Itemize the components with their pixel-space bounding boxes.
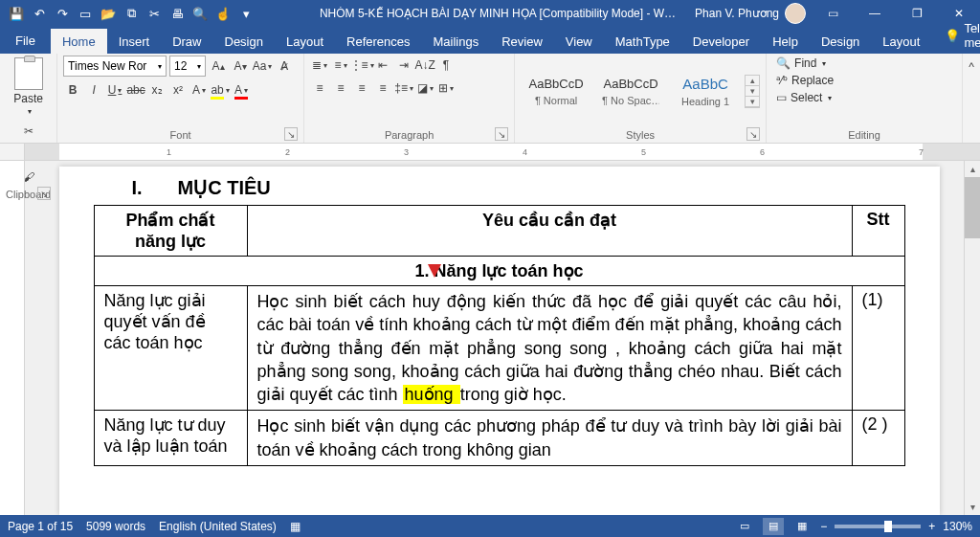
scroll-thumb[interactable] bbox=[965, 177, 980, 238]
table-cell[interactable]: Học sinh biết cách huy động kiến thức đã… bbox=[247, 286, 852, 411]
increase-indent-button[interactable]: ⇥ bbox=[394, 56, 413, 75]
font-size-combo[interactable]: 12▾ bbox=[169, 56, 206, 77]
paste-button[interactable]: Paste ▾ bbox=[10, 56, 47, 118]
table-header-3[interactable]: Stt bbox=[852, 206, 904, 257]
tab-mathtype[interactable]: MathType bbox=[604, 29, 681, 54]
replace-button[interactable]: ᵃ⁄ᵇ Replace bbox=[772, 73, 956, 88]
change-case-button[interactable]: Aa▾ bbox=[253, 56, 272, 76]
table-header-2[interactable]: Yêu cầu cần đạt bbox=[247, 206, 852, 257]
font-launcher[interactable]: ↘ bbox=[284, 127, 298, 141]
clear-format-button[interactable]: A̷ bbox=[275, 56, 294, 76]
tab-review[interactable]: Review bbox=[490, 29, 554, 54]
bold-button[interactable]: B bbox=[63, 80, 82, 100]
table-cell[interactable]: Năng lực giải quyết vấn đề các toán học bbox=[94, 286, 247, 411]
highlight-button[interactable]: ab▾ bbox=[211, 80, 230, 100]
style-normal[interactable]: AaBbCcD¶ Normal bbox=[521, 64, 591, 120]
ribbon-options-icon[interactable]: ▭ bbox=[812, 0, 854, 27]
italic-button[interactable]: I bbox=[84, 80, 103, 100]
underline-button[interactable]: U▾ bbox=[105, 80, 124, 100]
styles-scroll[interactable]: ▴▾▾ bbox=[745, 75, 760, 108]
paragraph-launcher[interactable]: ↘ bbox=[495, 127, 508, 141]
zoom-in-button[interactable]: + bbox=[928, 520, 935, 533]
vertical-scrollbar[interactable]: ▴ ▾ bbox=[964, 161, 980, 515]
table-row[interactable]: Năng lực giải quyết vấn đề các toán học … bbox=[94, 286, 904, 411]
bullets-button[interactable]: ≣▾ bbox=[310, 56, 329, 75]
table-header-1[interactable]: Phẩm chất năng lực bbox=[94, 206, 247, 257]
tab-references[interactable]: References bbox=[335, 29, 421, 54]
zoom-slider[interactable] bbox=[835, 525, 921, 528]
macro-icon[interactable]: ▦ bbox=[290, 520, 301, 533]
print-layout-button[interactable]: ▤ bbox=[763, 518, 784, 535]
qat-more-icon[interactable]: ▾ bbox=[235, 3, 256, 24]
read-mode-button[interactable]: ▭ bbox=[734, 518, 755, 535]
touch-mode-icon[interactable]: ☝ bbox=[212, 3, 234, 24]
sort-button[interactable]: A↓Z bbox=[415, 56, 434, 75]
web-layout-button[interactable]: ▦ bbox=[791, 518, 813, 535]
tab-draw[interactable]: Draw bbox=[161, 29, 212, 54]
restore-button[interactable]: ❐ bbox=[896, 0, 938, 27]
collapse-ribbon-button[interactable]: ^ bbox=[963, 57, 980, 77]
print-preview-icon[interactable]: 🔍 bbox=[189, 3, 211, 24]
scroll-down-icon[interactable]: ▾ bbox=[965, 499, 980, 515]
subscript-button[interactable]: x₂ bbox=[147, 80, 167, 100]
table-cell[interactable]: (1) bbox=[852, 286, 904, 411]
table-main[interactable]: Phẩm chất năng lực Yêu cầu cần đạt Stt 1… bbox=[94, 205, 905, 466]
tab-design[interactable]: Design bbox=[213, 29, 275, 54]
tab-table-design[interactable]: Design bbox=[810, 29, 871, 54]
font-color-button[interactable]: A▾ bbox=[232, 80, 251, 100]
zoom-thumb[interactable] bbox=[884, 521, 892, 532]
redo-icon[interactable]: ↷ bbox=[52, 3, 73, 24]
tab-developer[interactable]: Developer bbox=[681, 29, 761, 54]
select-button[interactable]: ▭ Select ▾ bbox=[772, 90, 956, 105]
justify-button[interactable]: ≡ bbox=[373, 78, 392, 98]
shrink-font-button[interactable]: A▾ bbox=[231, 56, 250, 76]
minimize-button[interactable]: — bbox=[854, 0, 896, 27]
zoom-level[interactable]: 130% bbox=[943, 520, 972, 533]
tab-view[interactable]: View bbox=[554, 29, 604, 54]
tab-table-layout[interactable]: Layout bbox=[871, 29, 931, 54]
text-effects-button[interactable]: A▾ bbox=[189, 80, 209, 100]
user-area[interactable]: Phan V. Phương bbox=[695, 3, 812, 24]
strike-button[interactable]: abc bbox=[126, 80, 145, 100]
avatar[interactable] bbox=[785, 3, 806, 24]
multilevel-button[interactable]: ⋮≡▾ bbox=[352, 56, 371, 75]
tab-insert[interactable]: Insert bbox=[107, 29, 162, 54]
align-left-button[interactable]: ≡ bbox=[310, 78, 329, 98]
align-center-button[interactable]: ≡ bbox=[331, 78, 350, 98]
zoom-out-button[interactable]: − bbox=[820, 520, 827, 533]
font-name-combo[interactable]: Times New Ror▾ bbox=[63, 56, 167, 77]
copy-icon[interactable]: ⧉ bbox=[121, 3, 142, 24]
section-heading[interactable]: I.MỤC TIÊU bbox=[132, 176, 905, 199]
status-words[interactable]: 5099 words bbox=[86, 520, 145, 533]
new-doc-icon[interactable]: ▭ bbox=[75, 3, 96, 24]
page-scroll[interactable]: I.MỤC TIÊU Phẩm chất năng lực Yêu cầu cầ… bbox=[25, 161, 964, 515]
page[interactable]: I.MỤC TIÊU Phẩm chất năng lực Yêu cầu cầ… bbox=[59, 167, 940, 515]
tab-mailings[interactable]: Mailings bbox=[422, 29, 491, 54]
styles-launcher[interactable]: ↘ bbox=[746, 127, 760, 141]
save-icon[interactable]: 💾 bbox=[6, 3, 27, 24]
line-spacing-button[interactable]: ‡≡▾ bbox=[394, 78, 413, 98]
status-page[interactable]: Page 1 of 15 bbox=[8, 520, 73, 533]
tell-me[interactable]: 💡Tell me bbox=[937, 17, 980, 54]
status-lang[interactable]: English (United States) bbox=[159, 520, 277, 533]
ruler-vertical[interactable] bbox=[0, 161, 25, 515]
tab-help[interactable]: Help bbox=[761, 29, 810, 54]
tab-file[interactable]: File bbox=[0, 28, 51, 54]
cut-button[interactable]: ✂ bbox=[19, 122, 38, 141]
ruler-horizontal[interactable]: 1 2 3 4 5 6 7 bbox=[0, 144, 980, 161]
cut-icon[interactable]: ✂ bbox=[144, 3, 165, 24]
tab-home[interactable]: Home bbox=[51, 29, 107, 54]
borders-button[interactable]: ⊞▾ bbox=[436, 78, 456, 98]
open-icon[interactable]: 📂 bbox=[98, 3, 119, 24]
numbering-button[interactable]: ≡▾ bbox=[331, 56, 350, 75]
table-row[interactable]: Năng lực tư duy và lập luận toán Học sin… bbox=[94, 411, 904, 466]
show-marks-button[interactable]: ¶ bbox=[436, 56, 456, 75]
clipboard-launcher[interactable]: ↘ bbox=[37, 187, 51, 200]
table-subheader[interactable]: 1. Năng lực toán học bbox=[94, 257, 904, 286]
table-cell[interactable]: (2 ) bbox=[852, 411, 904, 466]
scroll-up-icon[interactable]: ▴ bbox=[965, 161, 980, 177]
undo-icon[interactable]: ↶ bbox=[29, 3, 50, 24]
highlighted-word[interactable]: huống bbox=[403, 385, 460, 404]
quick-print-icon[interactable]: 🖶 bbox=[167, 3, 188, 24]
table-cell[interactable]: Năng lực tư duy và lập luận toán bbox=[94, 411, 247, 466]
